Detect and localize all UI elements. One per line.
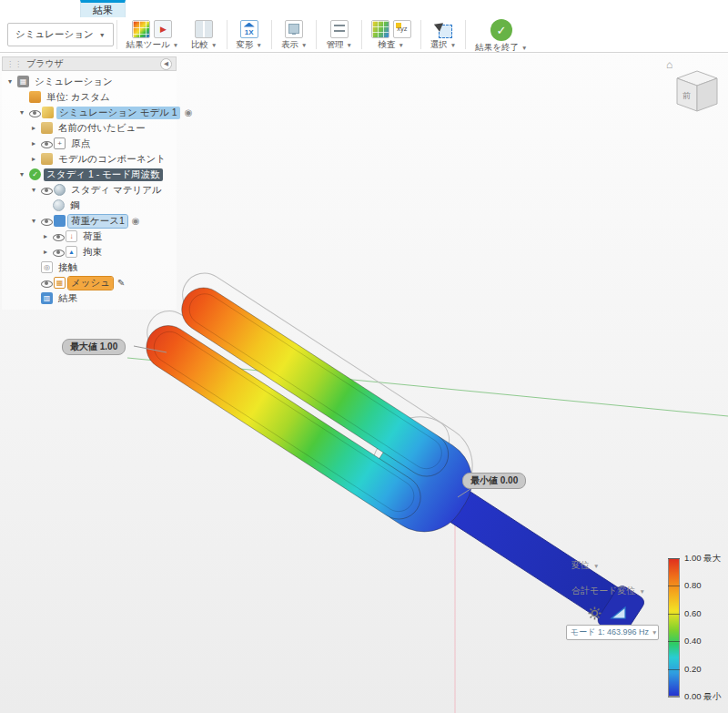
browser-item[interactable]: ▦メッシュ✎	[2, 275, 177, 290]
component-dropdown[interactable]: 合計モード変位 ▼	[571, 585, 645, 597]
browser-item[interactable]: ▸↓荷重	[2, 229, 177, 244]
chevron-down-icon: ▼	[99, 32, 106, 38]
animate-icon[interactable]	[154, 20, 172, 38]
xyz-measure-icon[interactable]	[393, 20, 411, 38]
chevron-down-icon: ▼	[593, 563, 599, 569]
disclosure-triangle-icon[interactable]: ▸	[29, 124, 38, 132]
deformation-scale-1x-icon[interactable]	[240, 20, 258, 38]
edit-pencil-icon[interactable]: ✎	[117, 278, 125, 288]
workspace-switcher[interactable]: シミュレーション ▼	[7, 23, 114, 46]
viewcube-cube[interactable]: 前	[666, 56, 726, 135]
activate-radio-icon[interactable]: ◉	[132, 216, 140, 226]
deformed-result-triangle-icon[interactable]	[610, 606, 627, 622]
folder-icon	[41, 122, 53, 134]
browser-item[interactable]: 鋼	[2, 198, 177, 213]
chevron-down-icon: ▼	[450, 42, 456, 48]
folder-icon	[41, 153, 53, 165]
visibility-eye-icon[interactable]	[53, 231, 63, 241]
toolbar-separator	[116, 20, 117, 49]
disclosure-triangle-icon[interactable]: ▾	[17, 170, 26, 178]
visibility-eye-icon[interactable]	[41, 278, 51, 288]
browser-header[interactable]: ⋮⋮ ブラウザ ◀	[2, 56, 177, 71]
disclosure-triangle-icon[interactable]: ▾	[29, 217, 38, 225]
browser-item[interactable]: ▾✓スタディ 1 - モード周波数	[2, 167, 177, 182]
results-tools-dropdown[interactable]: 結果ツール▼	[126, 39, 178, 51]
browser-panel: ⋮⋮ ブラウザ ◀ ▾▦シミュレーション単位: カスタム▾シミュレーション モデ…	[2, 56, 177, 310]
result-controls: 変位 ▼ 合計モード変位 ▼	[564, 559, 701, 650]
visibility-eye-icon[interactable]	[41, 216, 51, 226]
disclosure-triangle-icon[interactable]: ▾	[17, 108, 26, 117]
activate-radio-icon[interactable]: ◉	[185, 107, 193, 117]
visibility-eye-icon[interactable]	[41, 185, 51, 195]
chevron-down-icon: ▼	[257, 42, 262, 48]
study-icon: ✓	[29, 168, 41, 180]
toolbar-group-manage: 管理▼	[319, 17, 358, 52]
display-icon[interactable]	[285, 20, 303, 38]
legend-settings-gear-icon[interactable]	[588, 606, 602, 622]
toolbar-separator	[420, 20, 421, 49]
viewcube[interactable]: ⌂ 前	[666, 56, 726, 135]
browser-item[interactable]: ▸名前の付いたビュー	[2, 120, 177, 136]
contour-results-icon[interactable]	[132, 20, 150, 38]
browser-item[interactable]: ◎接触	[2, 260, 177, 275]
display-dropdown[interactable]: 表示▼	[281, 39, 307, 51]
chevron-down-icon: ▼	[652, 629, 657, 636]
disclosure-triangle-icon[interactable]: ▸	[29, 155, 38, 163]
browser-item[interactable]: ▸モデルのコンポーネント	[2, 151, 177, 167]
toolbar-row: シミュレーション ▼ 結果ツール▼ 比較▼	[0, 17, 728, 52]
browser-item-label: 鋼	[67, 199, 83, 212]
toolbar-separator	[316, 20, 317, 49]
model-icon	[42, 107, 54, 118]
manage-icon[interactable]	[330, 20, 349, 38]
min-value-tag[interactable]: 最小値 0.00	[462, 473, 526, 489]
browser-item[interactable]: ▸▲拘束	[2, 244, 177, 260]
manage-dropdown[interactable]: 管理▼	[326, 39, 351, 51]
browser-item-label: 結果	[56, 292, 80, 305]
deform-dropdown[interactable]: 変形▼	[237, 39, 262, 51]
browser-item[interactable]: ▾スタディ マテリアル	[2, 182, 177, 198]
toolbar-separator	[271, 20, 272, 49]
visibility-eye-icon[interactable]	[53, 247, 63, 257]
visibility-eye-icon[interactable]	[41, 138, 51, 148]
toolbar-separator	[361, 20, 362, 49]
disclosure-triangle-icon[interactable]: ▾	[29, 186, 38, 194]
max-value-tag[interactable]: 最大値 1.00	[62, 339, 126, 355]
legend-tick-label: 0.20	[684, 664, 702, 674]
inspect-mesh-icon[interactable]	[371, 20, 389, 38]
disclosure-triangle-icon[interactable]: ▾	[5, 77, 15, 86]
results-icon: ▥	[41, 292, 53, 304]
compare-icon[interactable]	[195, 20, 213, 38]
collapse-panel-button[interactable]: ◀	[160, 58, 172, 70]
disclosure-triangle-icon[interactable]: ▸	[41, 248, 50, 256]
compare-dropdown[interactable]: 比較▼	[191, 39, 217, 51]
mode-dropdown[interactable]: モード 1: 463.996 Hz ▼	[566, 625, 659, 640]
visibility-eye-icon[interactable]	[29, 107, 39, 117]
disclosure-triangle-icon[interactable]: ▸	[29, 139, 38, 148]
finish-results-check-icon[interactable]	[490, 19, 512, 41]
viewport[interactable]: ⋮⋮ ブラウザ ◀ ▾▦シミュレーション単位: カスタム▾シミュレーション モデ…	[0, 53, 728, 713]
mesh-icon: ▦	[54, 277, 66, 289]
toolbar-separator	[227, 20, 228, 49]
result-type-dropdown[interactable]: 変位 ▼	[571, 559, 599, 572]
finish-results-dropdown[interactable]: 結果を終了▼	[475, 42, 527, 54]
inspect-dropdown[interactable]: 検査▼	[379, 39, 404, 51]
browser-item[interactable]: 単位: カスタム	[2, 89, 177, 105]
browser-item-label: 荷重ケース1	[68, 215, 127, 228]
browser-title: ブラウザ	[26, 57, 64, 70]
panel-grip-icon: ⋮⋮	[6, 60, 23, 68]
browser-item[interactable]: ▾荷重ケース1◉	[2, 213, 177, 229]
toolbar-group-results-tools: 結果ツール▼	[120, 17, 185, 52]
browser-item[interactable]: ▥結果	[2, 290, 177, 306]
toolbar-group-display: 表示▼	[275, 17, 313, 52]
tab-results[interactable]: 結果	[80, 0, 126, 17]
legend-tick	[668, 697, 680, 698]
select-cursor-icon[interactable]	[434, 20, 452, 38]
select-dropdown[interactable]: 選択▼	[430, 39, 456, 51]
browser-item[interactable]: ▾▦シミュレーション	[2, 74, 177, 89]
viewcube-face-label: 前	[682, 91, 691, 100]
disclosure-triangle-icon[interactable]: ▸	[41, 232, 50, 240]
viewcube-home-icon[interactable]: ⌂	[666, 58, 672, 71]
browser-item-label: モデルのコンポーネント	[56, 153, 168, 166]
browser-item[interactable]: ▾シミュレーション モデル 1◉	[2, 105, 177, 120]
browser-item[interactable]: ▸+原点	[2, 136, 177, 151]
